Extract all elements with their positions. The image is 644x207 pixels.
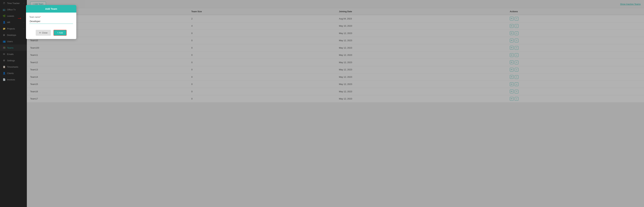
modal-title: Add Team — [45, 7, 57, 10]
required-marker: * — [40, 16, 41, 18]
close-button[interactable]: ✕ Close — [36, 30, 51, 36]
team-name-input[interactable] — [29, 19, 73, 24]
modal-body: Team name* — [26, 12, 76, 30]
red-arrow-annotation: → — [17, 15, 22, 21]
team-name-form-group: Team name* — [29, 16, 73, 24]
modal-overlay: → Add Team Team name* ✕ Close + — [0, 0, 644, 207]
modal-footer: ✕ Close + Add — [26, 30, 76, 39]
team-name-label: Team name* — [29, 16, 73, 18]
add-team-modal: Add Team Team name* ✕ Close + Add — [26, 5, 76, 39]
close-icon: ✕ — [39, 31, 41, 34]
modal-header: Add Team — [26, 5, 76, 12]
add-button[interactable]: + Add — [54, 30, 66, 36]
